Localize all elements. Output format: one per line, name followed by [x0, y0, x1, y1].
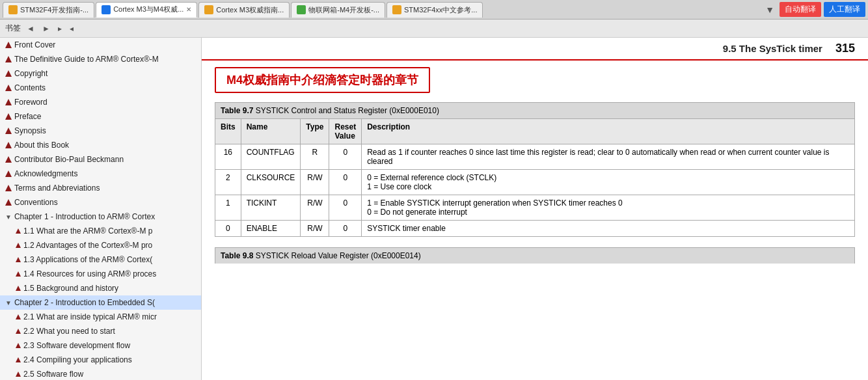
table-97-header-row: Bits Name Type ResetValue Description [215, 119, 855, 144]
sidebar-item-22[interactable]: 2.4 Compiling your applications [0, 353, 201, 367]
tab-4[interactable]: 物联网箱-M4开发板-... [291, 2, 385, 18]
bullet-icon-4 [5, 99, 12, 105]
sidebar-item-8[interactable]: Contributor Bio-Paul Beckmann [0, 152, 201, 167]
sidebar-item-5[interactable]: Preface [0, 109, 201, 124]
toolbar-nav-next[interactable]: ► [40, 23, 52, 34]
bullet-sm-icon-21 [16, 343, 21, 348]
bullet-icon-6 [5, 128, 12, 134]
page-header: 9.5 The SysTick timer 315 [202, 38, 868, 61]
sidebar: Front CoverThe Definitive Guide to ARM® … [0, 38, 202, 380]
sidebar-item-label-19: 2.1 What are inside typical ARM® micr [23, 311, 157, 323]
table-cell-3-3: 0 [329, 221, 362, 237]
sidebar-item-14[interactable]: 1.2 Advantages of the Cortex®-M pro [0, 238, 201, 252]
bullet-icon-2 [5, 70, 12, 77]
sidebar-item-1[interactable]: The Definitive Guide to ARM® Cortex®-M [0, 52, 201, 66]
sidebar-item-label-14: 1.2 Advantages of the Cortex®-M pro [23, 239, 152, 251]
bullet-icon-0 [5, 42, 12, 48]
table-cell-2-3: 0 [329, 195, 362, 221]
sidebar-item-label-15: 1.3 Applications of the ARM® Cortex( [23, 254, 152, 265]
sidebar-item-label-5: Preface [14, 111, 41, 122]
table-cell-1-4: 0 = External reference clock (STCLK)1 = … [362, 170, 855, 195]
sidebar-item-label-7: About this Book [14, 139, 69, 151]
table-cell-0-3: 0 [329, 144, 362, 170]
table-row-3: 0ENABLER/W0SYSTICK timer enable [215, 221, 855, 237]
sidebar-item-11[interactable]: Conventions [0, 195, 201, 210]
table-cell-0-2: R [301, 144, 329, 170]
table-row-2: 1TICKINTR/W01 = Enable SYSTICK interrupt… [215, 195, 855, 221]
tab-3-icon [204, 5, 213, 14]
sidebar-item-label-1: The Definitive Guide to ARM® Cortex®-M [14, 53, 159, 65]
sidebar-item-0[interactable]: Front Cover [0, 38, 201, 52]
app-body: 书签 ◄ ► ▸ ◂ Front CoverThe Definitive Gui… [0, 20, 868, 380]
sidebar-item-12[interactable]: ▼Chapter 1 - Introduction to ARM® Cortex [0, 210, 201, 224]
sidebar-item-15[interactable]: 1.3 Applications of the ARM® Cortex( [0, 252, 201, 267]
table-cell-3-4: SYSTICK timer enable [362, 221, 855, 237]
table-cell-2-0: 1 [215, 195, 241, 221]
sidebar-item-label-23: 2.5 Software flow [23, 368, 83, 380]
table-cell-2-4: 1 = Enable SYSTICK interrupt generation … [362, 195, 855, 221]
table-cell-3-2: R/W [301, 221, 329, 237]
tab-1-icon [8, 5, 18, 14]
sidebar-item-label-22: 2.4 Compiling your applications [23, 354, 132, 366]
bullet-sm-icon-22 [16, 357, 21, 362]
sidebar-item-label-12: Chapter 1 - Introduction to ARM® Cortex [14, 211, 155, 223]
sidebar-item-23[interactable]: 2.5 Software flow [0, 367, 201, 380]
table-97: Bits Name Type ResetValue Description 16… [215, 118, 855, 237]
toolbar-nav-prev[interactable]: ◄ [25, 23, 36, 34]
tab-4-label: 物联网箱-M4开发板-... [308, 5, 379, 15]
tab-2[interactable]: Cortex M3与M4权威... ✕ [96, 2, 197, 18]
sidebar-item-label-9: Acknowledgments [14, 168, 77, 180]
sidebar-item-6[interactable]: Synopsis [0, 124, 201, 138]
sidebar-item-4[interactable]: Foreword [0, 95, 201, 109]
toolbar-expand[interactable]: ▸ [56, 23, 64, 34]
sidebar-item-label-11: Conventions [14, 197, 58, 208]
highlight-chapter-title: M4权威指南中介绍滴答定时器的章节 [215, 67, 430, 93]
tab-2-icon [102, 5, 111, 14]
col-desc: Description [362, 119, 855, 144]
tab-1-label: STM32F4开发指南-... [20, 5, 88, 15]
toolbar-collapse[interactable]: ◂ [68, 23, 75, 34]
sidebar-item-label-18: Chapter 2 - Introduction to Embedded S( [14, 297, 155, 308]
sidebar-item-17[interactable]: 1.5 Background and history [0, 281, 201, 295]
browser-tabs: STM32F4开发指南-... Cortex M3与M4权威... ✕ Cort… [0, 0, 868, 20]
tab-4-icon [297, 5, 306, 14]
sidebar-item-label-6: Synopsis [14, 125, 46, 137]
manual-translate-button[interactable]: 人工翻译 [824, 2, 865, 17]
tab-2-close[interactable]: ✕ [186, 6, 191, 13]
bullet-sm-icon-19 [16, 314, 21, 319]
table-97-caption-bold: Table 9.7 [221, 106, 253, 115]
table-cell-1-0: 2 [215, 170, 241, 195]
sidebar-item-19[interactable]: 2.1 What are inside typical ARM® micr [0, 310, 201, 324]
sidebar-item-18[interactable]: ▼Chapter 2 - Introduction to Embedded S( [0, 295, 201, 310]
auto-translate-button[interactable]: 自动翻译 [780, 2, 821, 17]
tab-5-label: STM32F4xx中文参考... [404, 5, 477, 15]
sidebar-item-7[interactable]: About this Book [0, 138, 201, 152]
col-name: Name [241, 119, 301, 144]
sidebar-item-21[interactable]: 2.3 Software development flow [0, 338, 201, 353]
bullet-icon-8 [5, 156, 12, 163]
table-97-header: Bits Name Type ResetValue Description [215, 119, 855, 144]
tab-5[interactable]: STM32F4xx中文参考... [387, 2, 483, 18]
sidebar-item-20[interactable]: 2.2 What you need to start [0, 324, 201, 338]
bullet-icon-5 [5, 113, 12, 120]
page-number: 315 [835, 42, 855, 55]
sidebar-item-label-17: 1.5 Background and history [23, 282, 118, 294]
table-98-caption-text: SYSTICK Reload Value Register (0xE000E01… [253, 251, 420, 260]
sidebar-item-16[interactable]: 1.4 Resources for using ARM® proces [0, 267, 201, 281]
tab-3[interactable]: Cortex M3权威指南... [198, 2, 290, 18]
sidebar-item-13[interactable]: 1.1 What are the ARM® Cortex®-M p [0, 224, 201, 238]
col-bits: Bits [215, 119, 241, 144]
tab-1[interactable]: STM32F4开发指南-... [3, 2, 94, 18]
sidebar-item-3[interactable]: Contents [0, 81, 201, 95]
sidebar-item-2[interactable]: Copyright [0, 66, 201, 81]
bullet-sm-icon-17 [16, 286, 21, 291]
col-type: Type [301, 119, 329, 144]
bullet-sm-icon-23 [16, 372, 21, 377]
sidebar-item-label-10: Terms and Abbreviations [14, 182, 100, 194]
sidebar-item-9[interactable]: Acknowledgments [0, 167, 201, 181]
bullet-icon-7 [5, 142, 12, 148]
tab-arrow[interactable]: ▼ [763, 5, 777, 15]
sidebar-item-10[interactable]: Terms and Abbreviations [0, 181, 201, 195]
table-cell-1-3: 0 [329, 170, 362, 195]
tab-3-label: Cortex M3权威指南... [216, 5, 284, 15]
